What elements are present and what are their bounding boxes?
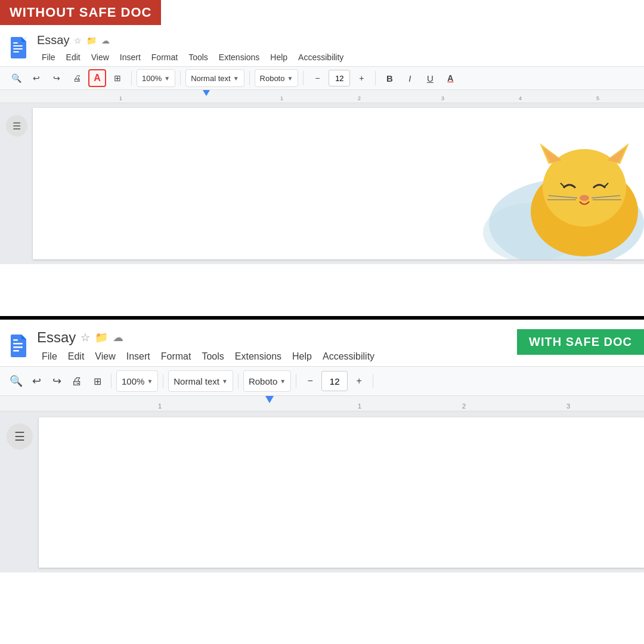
- with-safe-doc-banner: WITH SAFE DOC: [517, 329, 644, 355]
- svg-rect-5: [13, 42, 18, 44]
- font-size-increase-top[interactable]: +: [352, 69, 370, 87]
- font-size-decrease-bottom[interactable]: −: [301, 372, 319, 390]
- svg-rect-3: [13, 48, 23, 49]
- top-app-bar: Essay ☆ 📁 ☁ File Edit View Insert Format…: [0, 27, 644, 66]
- svg-rect-4: [13, 51, 19, 52]
- font-size-decrease-top[interactable]: −: [308, 69, 326, 87]
- font-color-btn-top[interactable]: A: [441, 69, 459, 87]
- menu-format-bottom[interactable]: Format: [156, 349, 196, 364]
- ruler-bottom: 1 1 2 3: [0, 396, 644, 411]
- star-icon-top[interactable]: ☆: [74, 36, 82, 45]
- menu-view-bottom[interactable]: View: [90, 349, 120, 364]
- zoom-arrow-bottom: ▼: [147, 378, 153, 385]
- search-btn-bottom[interactable]: 🔍: [7, 372, 25, 390]
- font-dropdown-top[interactable]: Roboto ▼: [255, 69, 299, 87]
- with-safe-doc-section: WITH SAFE DOC Essay ☆ 📁 ☁ File: [0, 316, 644, 626]
- font-arrow-top: ▼: [287, 75, 293, 82]
- redo-btn-bottom[interactable]: ↪: [48, 372, 66, 390]
- menu-accessibility-bottom[interactable]: Accessibility: [318, 349, 379, 364]
- star-icon-bottom[interactable]: ☆: [80, 331, 90, 344]
- ruler-mark-1-top: 1: [119, 95, 122, 101]
- redo-btn-top[interactable]: ↪: [48, 69, 66, 87]
- ruler-mark-2-top: 1: [280, 95, 283, 101]
- menu-tools-top[interactable]: Tools: [184, 51, 213, 64]
- undo-btn-bottom[interactable]: ↩: [27, 372, 45, 390]
- sidebar-list-icon-bottom[interactable]: ☰: [7, 423, 33, 450]
- without-safe-doc-banner: WITHOUT SAFE DOC: [0, 0, 161, 25]
- sep1-top: [131, 71, 132, 85]
- menu-tools-bottom[interactable]: Tools: [197, 349, 228, 364]
- style-arrow-bottom: ▼: [222, 378, 228, 385]
- menu-file-top[interactable]: File: [37, 51, 60, 64]
- svg-rect-22: [13, 346, 23, 348]
- menu-edit-bottom[interactable]: Edit: [63, 349, 89, 364]
- style-dropdown-bottom[interactable]: Normal text ▼: [168, 370, 233, 392]
- doc-title-bottom[interactable]: Essay: [37, 329, 76, 346]
- format-options-btn-top[interactable]: ⊞: [109, 69, 126, 87]
- menu-format-top[interactable]: Format: [147, 51, 182, 64]
- folder-icon-bottom[interactable]: 📁: [95, 331, 108, 344]
- doc-title-top[interactable]: Essay: [37, 33, 69, 47]
- paint-format-btn-top[interactable]: A: [88, 69, 106, 87]
- cat-illustration: [429, 140, 644, 259]
- menu-view-top[interactable]: View: [86, 51, 114, 64]
- sep3-bottom: [238, 374, 239, 388]
- doc-page-top[interactable]: [33, 108, 644, 259]
- ruler-mark-2-bottom: 1: [358, 402, 361, 410]
- search-btn-top[interactable]: 🔍: [7, 69, 25, 87]
- underline-btn-top[interactable]: U: [421, 69, 439, 87]
- cloud-icon-bottom[interactable]: ☁: [113, 331, 123, 344]
- font-arrow-bottom: ▼: [280, 378, 286, 385]
- style-arrow-top: ▼: [233, 75, 239, 82]
- ruler-mark-3-top: 2: [358, 95, 361, 101]
- sep1-bottom: [111, 374, 112, 388]
- menu-insert-top[interactable]: Insert: [115, 51, 145, 64]
- ruler-triangle-bottom: [265, 396, 274, 403]
- undo-btn-top[interactable]: ↩: [27, 69, 45, 87]
- menu-edit-top[interactable]: Edit: [61, 51, 85, 64]
- menu-extensions-top[interactable]: Extensions: [214, 51, 264, 64]
- menu-file-bottom[interactable]: File: [37, 349, 62, 364]
- doc-page-bottom[interactable]: [39, 417, 644, 568]
- bold-btn-top[interactable]: B: [380, 69, 398, 87]
- font-size-input-bottom[interactable]: [321, 371, 348, 391]
- font-size-increase-bottom[interactable]: +: [350, 372, 368, 390]
- svg-rect-24: [13, 339, 18, 341]
- sep2-bottom: [163, 374, 163, 388]
- sep3-top: [249, 71, 250, 85]
- font-size-input-top[interactable]: [329, 70, 350, 86]
- print-btn-bottom[interactable]: 🖨: [68, 372, 86, 390]
- zoom-dropdown-bottom[interactable]: 100% ▼: [116, 370, 158, 392]
- ruler-mark-4-bottom: 3: [566, 402, 570, 410]
- doc-area-bottom: ☰: [0, 411, 644, 572]
- font-dropdown-bottom[interactable]: Roboto ▼: [243, 370, 291, 392]
- italic-btn-top[interactable]: I: [401, 69, 419, 87]
- print-btn-top[interactable]: 🖨: [68, 69, 86, 87]
- menu-help-top[interactable]: Help: [265, 51, 292, 64]
- gdoc-logo-bottom: [10, 335, 31, 361]
- doc-area-top: ☰: [0, 103, 644, 264]
- zoom-dropdown-top[interactable]: 100% ▼: [137, 69, 175, 87]
- menu-extensions-bottom[interactable]: Extensions: [230, 349, 286, 364]
- ruler-mark-4-top: 3: [441, 95, 444, 101]
- menu-insert-bottom[interactable]: Insert: [122, 349, 155, 364]
- folder-icon-top[interactable]: 📁: [86, 36, 97, 45]
- sep4-top: [303, 71, 304, 85]
- ruler-mark-1-bottom: 1: [158, 402, 162, 410]
- sidebar-list-icon-top[interactable]: ☰: [6, 115, 27, 137]
- menu-help-bottom[interactable]: Help: [287, 349, 317, 364]
- gdoc-logo-top: [10, 37, 31, 63]
- style-dropdown-top[interactable]: Normal text ▼: [185, 69, 244, 87]
- zoom-arrow-top: ▼: [164, 75, 170, 82]
- menu-bar-bottom: File Edit View Insert Format Tools Exten…: [37, 347, 389, 366]
- menu-accessibility-top[interactable]: Accessibility: [293, 51, 348, 64]
- svg-rect-2: [13, 45, 23, 47]
- svg-point-16: [580, 195, 589, 201]
- ruler-top: 1 1 2 3 4 5: [0, 90, 644, 103]
- ruler-mark-5-top: 4: [519, 95, 522, 101]
- sep5-bottom: [373, 374, 373, 388]
- toolbar-top: 🔍 ↩ ↪ 🖨 A ⊞ 100% ▼ Normal text ▼ Roboto …: [0, 66, 644, 90]
- cloud-icon-top[interactable]: ☁: [101, 36, 110, 45]
- sep5-top: [375, 71, 376, 85]
- format-options-btn-bottom[interactable]: ⊞: [88, 372, 106, 390]
